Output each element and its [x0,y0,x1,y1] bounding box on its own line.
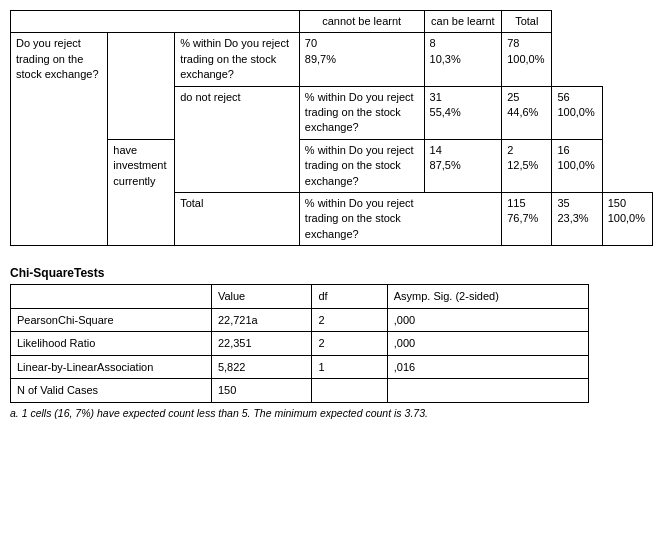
crosstab-header-row: cannot be learnt can be learnt Total [11,11,653,33]
header-empty [11,11,300,33]
chi-cell-label: Linear-by-LinearAssociation [11,355,212,379]
chi-footnote: a. 1 cells (16, 7%) have expected count … [10,407,589,419]
total-label: Total [175,192,300,245]
chi-table: Value df Asymp. Sig. (2-sided) PearsonCh… [10,284,589,403]
chi-header-col1 [11,285,212,309]
pct-label-do-not-reject: % within Do you reject trading on the st… [299,86,424,139]
chi-cell-label: Likelihood Ratio [11,332,212,356]
chi-header-row: Value df Asymp. Sig. (2-sided) [11,285,589,309]
chi-cell-label: N of Valid Cases [11,379,212,403]
header-cannot: cannot be learnt [299,11,424,33]
chi-cell-value: 22,351 [211,332,311,356]
total-cannot: 115 76,7% [502,192,552,245]
pct-label-reject: % within Do you reject trading on the st… [175,33,300,86]
chi-cell-df: 2 [312,308,387,332]
sub-label-reject [108,33,175,139]
chi-cell-df: 1 [312,355,387,379]
reject-count-total: 78 100,0% [502,33,552,86]
crosstab-table: cannot be learnt can be learnt Total Do … [10,10,653,246]
chi-row: Likelihood Ratio22,3512,000 [11,332,589,356]
chi-title: Chi-SquareTests [10,266,653,280]
chi-header-col2: Value [211,285,311,309]
chi-header-col4: Asymp. Sig. (2-sided) [387,285,588,309]
investment-can: 2 12,5% [502,139,552,192]
sub-label-do-not-reject: do not reject [175,86,300,192]
chi-cell-df [312,379,387,403]
do-not-reject-cannot: 31 55,4% [424,86,502,139]
pct-label-investment: % within Do you reject trading on the st… [299,139,424,192]
chi-cell-label: PearsonChi-Square [11,308,212,332]
chi-row: PearsonChi-Square22,721a2,000 [11,308,589,332]
chi-cell-df: 2 [312,332,387,356]
total-total: 150 100,0% [602,192,652,245]
sub-label-investment: have investment currently [108,139,175,245]
header-total: Total [502,11,552,33]
chi-cell-sig [387,379,588,403]
main-label-reject: Do you reject trading on the stock excha… [11,33,108,246]
chi-header-col3: df [312,285,387,309]
chi-row: Linear-by-LinearAssociation5,8221,016 [11,355,589,379]
header-can: can be learnt [424,11,502,33]
reject-count-can: 8 10,3% [424,33,502,86]
chi-square-section: Chi-SquareTests Value df Asymp. Sig. (2-… [10,266,653,419]
do-not-reject-total: 56 100,0% [552,86,602,139]
total-can: 35 23,3% [552,192,602,245]
chi-cell-value: 22,721a [211,308,311,332]
investment-total: 16 100,0% [552,139,602,192]
investment-cannot: 14 87,5% [424,139,502,192]
reject-count-row: Do you reject trading on the stock excha… [11,33,653,86]
chi-row: N of Valid Cases150 [11,379,589,403]
chi-cell-value: 5,822 [211,355,311,379]
reject-count-cannot: 70 89,7% [299,33,424,86]
chi-cell-sig: ,016 [387,355,588,379]
chi-cell-sig: ,000 [387,308,588,332]
chi-cell-sig: ,000 [387,332,588,356]
total-pct-label: % within Do you reject trading on the st… [299,192,501,245]
chi-cell-value: 150 [211,379,311,403]
do-not-reject-can: 25 44,6% [502,86,552,139]
